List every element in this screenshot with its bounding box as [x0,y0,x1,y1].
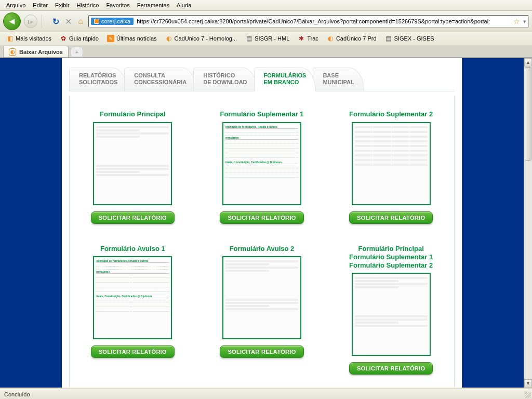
card-formulario-suplementar-2: Formulário Suplementar 2 [334,110,448,223]
form-thumbnail [222,256,301,339]
scroll-up-button[interactable]: ▲ [524,58,532,66]
url-input[interactable] [137,18,510,24]
solicitar-relatorio-button[interactable]: SOLICITAR RELATÓRIO [220,211,303,224]
menu-favoritos[interactable]: Favoritos [103,1,132,9]
solicitar-relatorio-button[interactable]: SOLICITAR RELATÓRIO [349,362,433,375]
card-formulario-combo: Formulário Principal Formulário Suplemen… [334,245,448,375]
forms-area: Formulário Principal SOLICITAR RELATÓRIO… [69,96,455,388]
tab-title: Baixar Arquivos [19,49,63,55]
solicitar-relatorio-button[interactable]: SOLICITAR RELATÓRIO [349,211,433,224]
menu-historico[interactable]: Histórico [74,1,102,9]
scroll-down-button[interactable]: ▼ [524,379,532,388]
address-bar[interactable]: corerj.caixa ☆ ▾ [88,15,529,28]
tab-favicon-icon: ◐ [9,48,16,56]
menu-ajuda[interactable]: Ajuda [174,1,194,9]
bookmark-mais-visitados[interactable]: ◧Mais visitados [3,34,55,43]
menu-arquivo[interactable]: AArquivorquivo [3,1,29,9]
bookmark-sigex[interactable]: ▤SIGEX - GISES [382,34,437,43]
card-title: Formulário Suplementar 2 [334,110,448,118]
menu-exibir[interactable]: Exibir [52,1,73,9]
url-dropdown-icon[interactable]: ▾ [523,18,526,25]
content-tabs: RELATÓRIOSSOLICITADOS CONSULTACONCESSION… [69,68,455,91]
card-title: Formulário Suplementar 1 [205,110,319,118]
forward-button[interactable]: ▻ [24,15,37,28]
form-thumbnail [352,122,431,205]
form-thumbnail [352,273,431,356]
card-title: Formulário Principal Formulário Suplemen… [334,245,448,270]
bookmark-cadunico-homolog[interactable]: ◐CadUnico 7 - Homolog... [162,34,240,43]
tab-formularios-em-branco[interactable]: FORMULÁRIOSEM BRANCO [254,68,316,91]
vertical-scrollbar[interactable]: ▲ ▼ [524,58,532,388]
page-background: RELATÓRIOSSOLICITADOS CONSULTACONCESSION… [0,58,524,388]
menu-ferramentas[interactable]: Ferramentas [134,1,172,9]
bookmark-star-icon[interactable]: ☆ [513,17,520,25]
back-button[interactable]: ◄ [3,12,21,30]
form-thumbnail: olicitação de formulários, Rituais e out… [222,122,301,205]
stop-button[interactable]: ✕ [63,17,73,26]
card-formulario-avulso-2: Formulário Avulso 2 SOLICITAR RELATÓRIO [205,245,319,375]
bookmark-sisgr[interactable]: ▤SISGR - HML [242,34,292,43]
form-thumbnail: olicitação de formulários, Rituais e out… [93,256,172,339]
solicitar-relatorio-button[interactable]: SOLICITAR RELATÓRIO [220,345,303,358]
tab-relatorios-solicitados[interactable]: RELATÓRIOSSOLICITADOS [69,68,127,91]
card-formulario-suplementar-1: Formulário Suplementar 1 olicitação de f… [205,110,319,223]
form-thumbnail [93,122,172,205]
tab-historico-download[interactable]: HISTÓRICODE DOWNLOAD [193,68,257,91]
card-title: Formulário Avulso 2 [205,245,319,253]
card-formulario-avulso-1: Formulário Avulso 1 olicitação de formul… [76,245,190,375]
card-title: Formulário Principal [76,110,190,118]
bookmark-guia-rapido[interactable]: ✿Guia rápido [57,34,102,43]
browser-navbar: ◄ ▻ ↻ ✕ ⌂ corerj.caixa ☆ ▾ [0,11,532,32]
reload-button[interactable]: ↻ [51,17,60,26]
bookmark-trac[interactable]: ✱Trac [295,34,322,43]
browser-tabstrip: ◐ Baixar Arquivos + [0,45,532,58]
new-tab-button[interactable]: + [71,47,83,57]
tab-consulta-concessionaria[interactable]: CONSULTACONCESSIONÁRIA [124,68,196,91]
card-title: Formulário Avulso 1 [76,245,190,253]
site-identity-chip[interactable]: corerj.caixa [91,18,134,25]
menu-editar[interactable]: Editar [30,1,51,9]
scroll-thumb[interactable] [525,67,531,161]
solicitar-relatorio-button[interactable]: SOLICITAR RELATÓRIO [91,345,175,358]
tab-baixar-arquivos[interactable]: ◐ Baixar Arquivos [3,46,69,57]
tab-base-municipal[interactable]: BASEMUNICIPAL [313,68,364,91]
page-content: RELATÓRIOSSOLICITADOS CONSULTACONCESSION… [62,58,462,388]
page-viewport: RELATÓRIOSSOLICITADOS CONSULTACONCESSION… [0,58,532,388]
home-button[interactable]: ⌂ [76,17,85,26]
browser-menubar: AArquivorquivo Editar Exibir Histórico F… [0,0,532,11]
solicitar-relatorio-button[interactable]: SOLICITAR RELATÓRIO [91,211,175,224]
bookmark-cadunico-prd[interactable]: ◐CadÚnico 7 Prd [324,34,380,43]
card-formulario-principal: Formulário Principal SOLICITAR RELATÓRIO [76,110,190,223]
bookmarks-toolbar: ◧Mais visitados ✿Guia rápido ∿Últimas no… [0,32,532,45]
bookmark-ultimas-noticias[interactable]: ∿Últimas notícias [104,34,160,43]
